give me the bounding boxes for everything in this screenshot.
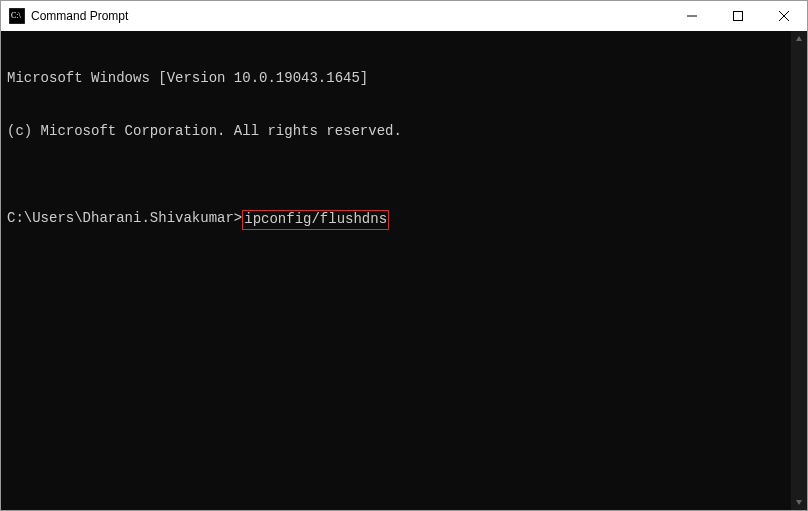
svg-rect-3 bbox=[734, 12, 743, 21]
prompt-line: C:\Users\Dharani.Shivakumar>ipconfig/flu… bbox=[7, 210, 801, 230]
terminal-content: Microsoft Windows [Version 10.0.19043.16… bbox=[1, 31, 807, 269]
terminal-area[interactable]: Microsoft Windows [Version 10.0.19043.16… bbox=[1, 31, 807, 510]
window-frame: C:\ Command Prompt Microsoft Windows [Ve… bbox=[0, 0, 808, 511]
svg-marker-7 bbox=[796, 500, 802, 505]
terminal-line: Microsoft Windows [Version 10.0.19043.16… bbox=[7, 70, 801, 88]
svg-marker-6 bbox=[796, 36, 802, 41]
titlebar-left: C:\ Command Prompt bbox=[9, 8, 128, 24]
scrollbar[interactable] bbox=[791, 31, 807, 510]
svg-text:C:\: C:\ bbox=[11, 11, 22, 20]
command-text: ipconfig/flushdns bbox=[244, 211, 387, 227]
minimize-button[interactable] bbox=[669, 1, 715, 31]
scroll-down-icon[interactable] bbox=[791, 494, 807, 510]
prompt-text: C:\Users\Dharani.Shivakumar> bbox=[7, 210, 242, 228]
close-button[interactable] bbox=[761, 1, 807, 31]
cmd-icon: C:\ bbox=[9, 8, 25, 24]
titlebar[interactable]: C:\ Command Prompt bbox=[1, 1, 807, 31]
terminal-line: (c) Microsoft Corporation. All rights re… bbox=[7, 123, 801, 141]
command-highlight: ipconfig/flushdns bbox=[242, 210, 389, 230]
scroll-up-icon[interactable] bbox=[791, 31, 807, 47]
maximize-button[interactable] bbox=[715, 1, 761, 31]
window-title: Command Prompt bbox=[31, 9, 128, 23]
window-controls bbox=[669, 1, 807, 31]
